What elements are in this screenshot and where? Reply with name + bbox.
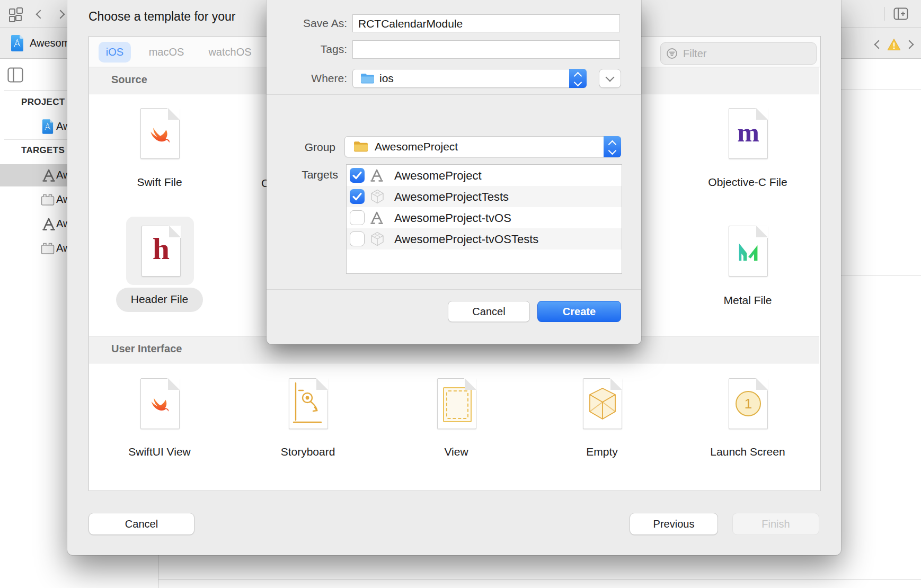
toolbar-divider — [884, 7, 884, 21]
group-label: Group — [267, 141, 335, 154]
save-sheet: Save As: Tags: Where: ios Group — [267, 0, 641, 344]
chevron-down-icon — [574, 78, 582, 87]
template-label-empty[interactable]: Empty — [544, 446, 660, 458]
tags-field[interactable] — [352, 40, 620, 59]
sidebar-toggle-icon[interactable] — [7, 67, 23, 83]
project-file-icon — [11, 35, 24, 51]
template-label-storyboard[interactable]: Storyboard — [250, 446, 366, 458]
sheet-footer-divider — [267, 289, 641, 290]
targets-label: Targets — [267, 168, 338, 181]
sheet-divider — [267, 94, 641, 95]
chevron-down-icon — [608, 147, 617, 155]
sidebar-split-line — [158, 555, 158, 588]
save-as-field[interactable] — [352, 14, 620, 32]
tab-macos[interactable]: macOS — [140, 42, 193, 63]
launch-screen-icon[interactable]: 1 — [729, 378, 768, 429]
app-target-icon — [42, 168, 55, 182]
header-file-icon[interactable]: h — [141, 226, 181, 277]
template-label-header-file: Header File — [116, 293, 203, 306]
where-label: Where: — [267, 72, 347, 85]
tab-ios[interactable]: iOS — [99, 42, 131, 63]
tab-watchos[interactable]: watchOS — [198, 42, 262, 63]
group-popup[interactable]: AwesomeProject — [344, 136, 621, 157]
empty-icon[interactable] — [583, 378, 622, 429]
template-label-objective-c-file[interactable]: Objective-C File — [695, 176, 801, 189]
warning-icon[interactable] — [887, 38, 901, 51]
template-label-swift-file[interactable]: Swift File — [107, 176, 212, 189]
swift-file-icon[interactable] — [140, 108, 180, 159]
blue-folder-icon — [360, 73, 375, 84]
group-value: AwesomeProject — [375, 140, 458, 153]
expand-save-panel-button[interactable] — [599, 69, 621, 88]
where-popup[interactable]: ios — [352, 69, 587, 88]
app-target-icon — [370, 168, 383, 182]
objective-c-file-icon[interactable]: m — [729, 108, 768, 159]
target-row-tvos[interactable]: AwesomeProject-tvOS — [347, 207, 622, 228]
filter-icon — [666, 48, 678, 59]
finish-button[interactable]: Finish — [732, 513, 819, 535]
group-stepper — [604, 136, 621, 157]
template-label-launch-screen[interactable]: Launch Screen — [689, 446, 806, 458]
target-name: AwesomeProjectTests — [394, 190, 509, 204]
tags-input[interactable] — [357, 41, 617, 59]
app-target-icon — [370, 211, 383, 225]
project-file-icon — [42, 119, 54, 134]
target-row-tvostests[interactable]: AwesomeProject-tvOSTests — [347, 228, 622, 250]
section-title: User Interface — [111, 343, 182, 355]
metal-file-icon[interactable] — [729, 226, 768, 277]
test-bundle-icon — [370, 231, 384, 246]
where-stepper — [569, 69, 587, 88]
target-name: AwesomeProject-tvOS — [394, 211, 511, 225]
target-name: AwesomeProject — [394, 169, 482, 183]
sidebar-targets-section-label: TARGETS — [21, 145, 65, 156]
sheet-cancel-button[interactable]: Cancel — [448, 301, 530, 322]
debug-area-divider — [158, 579, 921, 580]
dialog-title: Choose a template for your — [88, 10, 235, 24]
storyboard-icon[interactable] — [289, 378, 328, 429]
filter-field[interactable] — [660, 42, 817, 65]
where-value: ios — [379, 72, 394, 85]
add-editor-icon[interactable] — [893, 7, 908, 20]
view-icon[interactable] — [437, 378, 476, 429]
checkbox-checked[interactable] — [350, 189, 365, 204]
checkbox-unchecked[interactable] — [350, 231, 365, 246]
screen: AwesomeProject PROJECT AwesomeProject TA… — [0, 0, 921, 588]
target-row-awesomeprojecttests[interactable]: AwesomeProjectTests — [347, 186, 622, 207]
editor-row-divider — [841, 89, 921, 90]
swiftui-view-icon[interactable] — [140, 378, 180, 429]
editor-row-divider — [841, 275, 921, 276]
filter-input[interactable] — [682, 43, 811, 64]
template-label-swiftui-view[interactable]: SwiftUI View — [101, 446, 218, 458]
target-row-awesomeproject[interactable]: AwesomeProject — [347, 165, 622, 186]
checkbox-unchecked[interactable] — [350, 210, 365, 225]
save-as-label: Save As: — [267, 17, 347, 30]
dialog-cancel-button[interactable]: Cancel — [88, 513, 194, 535]
yellow-folder-icon — [353, 141, 368, 152]
create-button[interactable]: Create — [537, 301, 621, 322]
test-brick-icon — [41, 242, 55, 255]
selected-template-label-pill[interactable]: Header File — [116, 288, 203, 312]
tags-label: Tags: — [267, 43, 347, 56]
chevron-down-icon — [606, 73, 615, 82]
save-as-input[interactable] — [357, 15, 617, 33]
app-target-icon — [42, 217, 55, 231]
template-label-view[interactable]: View — [398, 446, 515, 458]
target-name: AwesomeProject-tvOSTests — [394, 233, 538, 246]
section-title: Source — [111, 74, 147, 86]
test-bundle-icon — [370, 189, 384, 204]
previous-button[interactable]: Previous — [630, 513, 718, 535]
targets-list: AwesomeProject AwesomeProjectTests — [346, 164, 622, 274]
test-brick-icon — [41, 193, 55, 206]
checkbox-checked[interactable] — [350, 168, 365, 183]
related-items-grid-icon[interactable] — [8, 7, 23, 22]
template-label-metal-file[interactable]: Metal File — [695, 294, 801, 307]
sidebar-project-section-label: PROJECT — [21, 97, 65, 108]
svg-text:1: 1 — [745, 396, 752, 412]
